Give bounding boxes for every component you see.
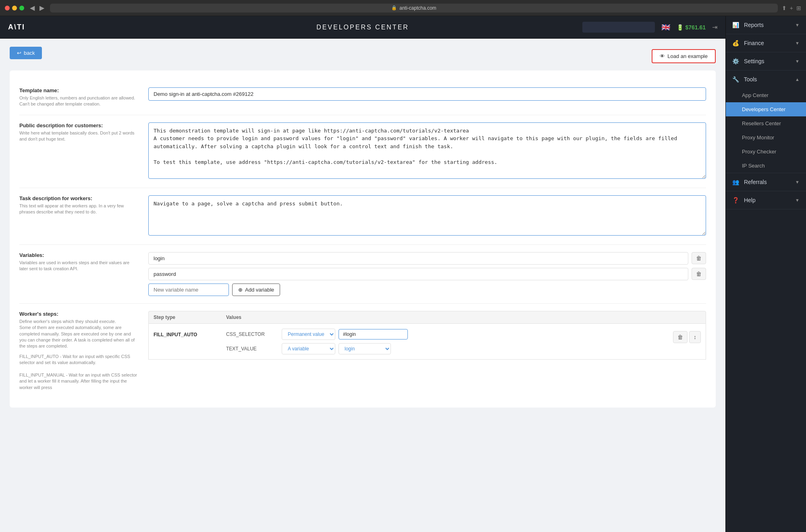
sidebar-reports-header[interactable]: 📊 Reports ▼ bbox=[726, 16, 806, 34]
variables-label: Variables: bbox=[19, 252, 139, 258]
new-variable-input[interactable] bbox=[148, 284, 229, 296]
new-tab-icon[interactable]: + bbox=[790, 5, 793, 11]
language-flag[interactable]: 🇬🇧 bbox=[661, 23, 670, 32]
back-arrow-icon: ↩ bbox=[17, 50, 21, 56]
css-selector-key: CSS_SELECTOR bbox=[226, 331, 278, 337]
share-icon[interactable]: ⬆ bbox=[782, 5, 787, 11]
back-button[interactable]: ↩ back bbox=[10, 47, 42, 59]
template-name-label: Template name: bbox=[19, 87, 139, 93]
sidebar-item-ip-search[interactable]: IP Search bbox=[726, 159, 806, 173]
sidebar-section-help: ❓ Help ▼ bbox=[726, 191, 806, 209]
delete-step-button[interactable]: 🗑 bbox=[673, 331, 688, 343]
step-row-fill-input-auto: FILL_INPUT_AUTO CSS_SELECTOR Permanent v… bbox=[148, 324, 706, 360]
close-button[interactable] bbox=[5, 6, 10, 10]
variables-row: Variables: Variables are used in workers… bbox=[19, 245, 706, 304]
public-description-input-col: This demonstration template will sign-in… bbox=[148, 122, 706, 180]
sidebar: 📊 Reports ▼ 💰 Finance ▼ ⚙️ Settings bbox=[725, 16, 806, 532]
browser-actions: ⬆ + ⊞ bbox=[782, 5, 801, 11]
variable-input-password[interactable] bbox=[148, 268, 688, 280]
public-description-label: Public description for customers: bbox=[19, 122, 139, 128]
step-actions: 🗑 ↕ bbox=[673, 329, 701, 343]
sidebar-item-proxy-monitor[interactable]: Proxy Monitor bbox=[726, 130, 806, 145]
minimize-button[interactable] bbox=[12, 6, 17, 10]
search-input[interactable] bbox=[582, 22, 655, 33]
delete-variable-password-button[interactable]: 🗑 bbox=[692, 268, 706, 280]
add-variable-label: Add variable bbox=[245, 287, 274, 293]
eye-icon: 👁 bbox=[660, 53, 665, 59]
template-name-label-col: Template name: Only English letters, num… bbox=[19, 87, 148, 108]
sidebar-section-tools: 🔧 Tools ▲ App Center Developers Center R… bbox=[726, 70, 806, 173]
referrals-label: Referrals bbox=[744, 179, 767, 185]
sidebar-item-app-center[interactable]: App Center bbox=[726, 88, 806, 102]
step-type-label: FILL_INPUT_AUTO bbox=[154, 329, 221, 337]
template-name-input-col bbox=[148, 87, 706, 108]
browser-chrome: ◀ ▶ 🔒 anti-captcha.com ⬆ + ⊞ bbox=[0, 0, 806, 16]
sidebar-section-reports: 📊 Reports ▼ bbox=[726, 16, 806, 34]
maximize-button[interactable] bbox=[19, 6, 24, 10]
page-content: ↩ back 👁 Load an example Template name: … bbox=[0, 39, 725, 532]
add-variable-button[interactable]: ⊕ Add variable bbox=[232, 284, 280, 296]
text-value-var-select[interactable]: login password bbox=[339, 343, 391, 354]
sidebar-help-header[interactable]: ❓ Help ▼ bbox=[726, 191, 806, 209]
workers-steps-label-col: Worker's steps: Define worker's steps wh… bbox=[19, 311, 148, 391]
form-card: Template name: Only English letters, num… bbox=[10, 70, 716, 408]
template-name-row: Template name: Only English letters, num… bbox=[19, 80, 706, 115]
variables-input-col: 🗑 🗑 ⊕ Add variable bbox=[148, 252, 706, 296]
steps-table-header: Step type Values bbox=[148, 311, 706, 324]
finance-chevron: ▼ bbox=[795, 41, 800, 46]
task-description-label-col: Task description for workers: This text … bbox=[19, 195, 148, 237]
sidebar-settings-header[interactable]: ⚙️ Settings ▼ bbox=[726, 52, 806, 70]
variable-input-login[interactable] bbox=[148, 252, 688, 265]
sidebar-item-proxy-checker[interactable]: Proxy Checker bbox=[726, 145, 806, 159]
template-name-input[interactable] bbox=[148, 87, 706, 101]
variable-item-login: 🗑 bbox=[148, 252, 706, 265]
workers-steps-label: Worker's steps: bbox=[19, 311, 139, 317]
sidebar-section-referrals: 👥 Referrals ▼ bbox=[726, 173, 806, 191]
settings-icon: ⚙️ bbox=[732, 58, 739, 64]
grid-icon[interactable]: ⊞ bbox=[796, 5, 801, 11]
col-values-header: Values bbox=[226, 315, 701, 320]
back-nav-icon[interactable]: ◀ bbox=[28, 4, 36, 12]
battery-icon: 🔋 bbox=[677, 24, 683, 31]
public-description-textarea[interactable]: This demonstration template will sign-in… bbox=[148, 122, 706, 179]
css-selector-value-input[interactable] bbox=[339, 329, 408, 339]
url-text: anti-captcha.com bbox=[399, 5, 436, 11]
sidebar-referrals-header[interactable]: 👥 Referrals ▼ bbox=[726, 173, 806, 191]
reports-icon: 📊 bbox=[732, 22, 739, 28]
text-value-type-select[interactable]: A variable Permanent value bbox=[282, 343, 335, 354]
sidebar-tools-header[interactable]: 🔧 Tools ▲ bbox=[726, 70, 806, 88]
sidebar-finance-header[interactable]: 💰 Finance ▼ bbox=[726, 34, 806, 52]
task-description-desc: This text will appear at the workers app… bbox=[19, 203, 139, 215]
col-step-header: Step type bbox=[154, 315, 226, 320]
logout-icon[interactable]: ⇥ bbox=[712, 23, 717, 31]
reports-label: Reports bbox=[744, 22, 764, 28]
task-description-label: Task description for workers: bbox=[19, 195, 139, 201]
public-description-label-col: Public description for customers: Write … bbox=[19, 122, 148, 180]
workers-steps-extra-desc: FILL_INPUT_AUTO - Wait for an input with… bbox=[19, 354, 139, 391]
sidebar-item-resellers-center[interactable]: Resellers Center bbox=[726, 116, 806, 130]
address-bar[interactable]: 🔒 anti-captcha.com bbox=[50, 4, 778, 12]
nav-buttons: ◀ ▶ bbox=[28, 4, 46, 12]
tools-chevron: ▲ bbox=[795, 77, 800, 82]
variables-desc: Variables are used in workers steps and … bbox=[19, 260, 139, 272]
move-step-button[interactable]: ↕ bbox=[689, 331, 701, 343]
forward-nav-icon[interactable]: ▶ bbox=[38, 4, 46, 12]
sidebar-item-developers-center[interactable]: Developers Center bbox=[726, 102, 806, 116]
workers-steps-input-col: Step type Values FILL_INPUT_AUTO CSS_SEL… bbox=[148, 311, 706, 391]
balance-display: 🔋 $761.61 bbox=[677, 24, 706, 31]
load-example-label: Load an example bbox=[667, 53, 708, 59]
load-example-button[interactable]: 👁 Load an example bbox=[652, 49, 716, 63]
css-selector-type-select[interactable]: Permanent value A variable bbox=[282, 329, 335, 340]
reports-chevron: ▼ bbox=[795, 23, 800, 27]
public-description-desc: Write here what template basically does.… bbox=[19, 130, 139, 143]
public-description-row: Public description for customers: Write … bbox=[19, 115, 706, 188]
workers-steps-desc: Define worker's steps which they should … bbox=[19, 319, 139, 350]
task-description-textarea[interactable]: Navigate to a page, solve a captcha and … bbox=[148, 195, 706, 236]
referrals-icon: 👥 bbox=[732, 179, 739, 185]
delete-variable-login-button[interactable]: 🗑 bbox=[692, 252, 706, 264]
settings-chevron: ▼ bbox=[795, 59, 800, 64]
traffic-lights bbox=[5, 6, 24, 10]
add-variable-row: ⊕ Add variable bbox=[148, 284, 706, 296]
help-label: Help bbox=[744, 197, 756, 203]
back-button-label: back bbox=[24, 50, 35, 56]
